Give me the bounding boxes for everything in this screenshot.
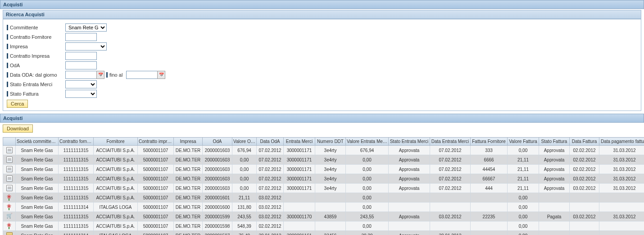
committente-select[interactable]: Snam Rete Gas xyxy=(65,23,107,32)
table-cell: 76,40 xyxy=(232,231,257,235)
oda-input[interactable] xyxy=(65,61,97,69)
table-row[interactable]: Snam Rete Gas1111111315ACCIAITUBI S.p.A.… xyxy=(3,221,644,231)
table-row[interactable]: Snam Rete Gas1111111315ACCIAITUBI S.p.A.… xyxy=(3,174,644,184)
stato-entrata-merci-select[interactable] xyxy=(65,80,97,88)
download-button[interactable]: Download xyxy=(3,124,33,133)
table-row[interactable]: Snam Rete Gas1111111314ITALGAS LOGA50000… xyxy=(3,231,644,235)
table-cell xyxy=(430,193,471,203)
column-header[interactable]: Data OdA xyxy=(257,138,284,146)
fino-al-label: fino al xyxy=(106,72,122,78)
column-header[interactable]: Impresa xyxy=(174,138,203,146)
column-header[interactable]: Fattura Fornitore xyxy=(471,138,508,146)
calendar-icon[interactable]: 📅 xyxy=(157,71,165,79)
table-cell: DE.MO.TER xyxy=(174,221,203,231)
column-header[interactable]: Data Fattura xyxy=(570,138,599,146)
stato-entrata-merci-label: Stato Entrata Merci xyxy=(7,82,65,87)
doc-icon[interactable] xyxy=(6,166,13,172)
table-row[interactable]: Snam Rete Gas1111111315ACCIAITUBI S.p.A.… xyxy=(3,146,644,155)
table-cell: 31.03.2012 xyxy=(599,184,644,193)
column-header[interactable] xyxy=(3,138,16,146)
column-header[interactable]: Stato Fattura xyxy=(539,138,570,146)
doc-icon[interactable] xyxy=(6,157,13,163)
stato-fattura-select[interactable] xyxy=(65,90,97,98)
box-icon[interactable] xyxy=(6,232,13,235)
table-cell: Approvata xyxy=(539,155,570,165)
table-cell xyxy=(539,203,570,212)
table-cell xyxy=(315,193,346,203)
calendar-icon[interactable]: 📅 xyxy=(96,71,104,79)
table-cell: 1111111315 xyxy=(59,155,94,165)
table-cell: 0,00 xyxy=(508,221,539,231)
table-cell: 21,11 xyxy=(508,165,539,174)
contratto-fornitore-label: Contratto Fornitore xyxy=(7,34,65,40)
data-oda-from-input[interactable] xyxy=(65,71,97,79)
table-cell xyxy=(315,203,346,212)
table-cell xyxy=(570,231,599,235)
column-header[interactable]: Società committente xyxy=(16,138,59,146)
column-header[interactable]: OdA xyxy=(203,138,232,146)
table-cell: 3e4rty xyxy=(315,165,346,174)
cart-icon[interactable] xyxy=(6,213,13,220)
impresa-select[interactable] xyxy=(65,42,107,51)
doc-icon[interactable] xyxy=(6,175,13,182)
doc-icon[interactable] xyxy=(6,147,13,153)
table-cell: Approvata xyxy=(389,146,430,155)
table-cell: 243,55 xyxy=(232,212,257,221)
table-cell: ACCIAITUBI S.p.A. xyxy=(94,212,138,221)
table-row[interactable]: Snam Rete Gas1111111315ACCIAITUBI S.p.A.… xyxy=(3,212,644,221)
table-cell: 03.02.2012 xyxy=(257,212,284,221)
table-cell xyxy=(430,221,471,231)
table-cell: 444 xyxy=(471,184,508,193)
table-cell: 30,20 xyxy=(346,231,389,235)
table-cell: 02.02.2012 xyxy=(257,221,284,231)
flower-icon[interactable] xyxy=(6,204,13,210)
table-cell: Approvata xyxy=(539,165,570,174)
column-header[interactable]: Contratto fornitore xyxy=(59,138,94,146)
search-button[interactable]: Cerca xyxy=(7,100,28,108)
table-cell: 22235 xyxy=(471,212,508,221)
table-cell: 676,94 xyxy=(232,146,257,155)
table-cell: Approvata xyxy=(389,212,430,221)
table-cell: DE.MO.TER xyxy=(174,146,203,155)
table-cell: DE.MO.TER xyxy=(174,231,203,235)
table-row[interactable]: Snam Rete Gas1111111315ACCIAITUBI S.p.A.… xyxy=(3,184,644,193)
table-cell: 0,00 xyxy=(508,146,539,155)
table-cell: 5000001107 xyxy=(138,146,174,155)
column-header[interactable]: Numero DDT xyxy=(315,138,346,146)
table-cell xyxy=(539,193,570,203)
column-header[interactable]: Valore Entrata Merci xyxy=(346,138,389,146)
table-cell xyxy=(599,231,644,235)
table-cell: ACCIAITUBI S.p.A. xyxy=(94,155,138,165)
column-header[interactable]: Data pagamento fattura xyxy=(599,138,644,146)
table-row[interactable]: Snam Rete Gas1111111314ITALGAS LOGA50000… xyxy=(3,203,644,212)
table-cell xyxy=(389,221,430,231)
column-header[interactable]: Contratto impresa xyxy=(138,138,174,146)
table-cell xyxy=(471,221,508,231)
column-header[interactable]: Data Entrata Merci xyxy=(430,138,471,146)
table-row[interactable]: Snam Rete Gas1111111315ACCIAITUBI S.p.A.… xyxy=(3,165,644,174)
column-header[interactable]: Valore OdA xyxy=(232,138,257,146)
contratto-fornitore-input[interactable] xyxy=(65,33,97,41)
table-cell: 66667 xyxy=(471,174,508,184)
column-header[interactable]: Valore Fattura xyxy=(508,138,539,146)
table-cell: 2000001603 xyxy=(203,184,232,193)
column-header[interactable]: Fornitore xyxy=(94,138,138,146)
column-header[interactable]: Stato Entrata Merci xyxy=(389,138,430,146)
data-oda-to-input[interactable] xyxy=(126,71,158,79)
table-cell: 548,39 xyxy=(232,221,257,231)
table-row[interactable]: Snam Rete Gas1111111315ACCIAITUBI S.p.A.… xyxy=(3,155,644,165)
table-cell: 3e4rty xyxy=(315,155,346,165)
column-header[interactable]: Entrata Merci xyxy=(284,138,315,146)
page-title: Acquisti xyxy=(0,0,644,9)
doc-icon[interactable] xyxy=(6,185,13,191)
table-cell: 31.03.2012 xyxy=(599,155,644,165)
table-cell: 3000001171 xyxy=(284,146,315,155)
contratto-impresa-input[interactable] xyxy=(65,52,97,60)
table-cell: 3000001171 xyxy=(284,165,315,174)
table-cell: 0,00 xyxy=(508,231,539,235)
table-cell: 30.01.2012 xyxy=(257,231,284,235)
flower-icon[interactable] xyxy=(6,223,13,229)
table-row[interactable]: Snam Rete Gas1111111315ACCIAITUBI S.p.A.… xyxy=(3,193,644,203)
table-cell: 5000001107 xyxy=(138,193,174,203)
flower-icon[interactable] xyxy=(6,194,13,201)
